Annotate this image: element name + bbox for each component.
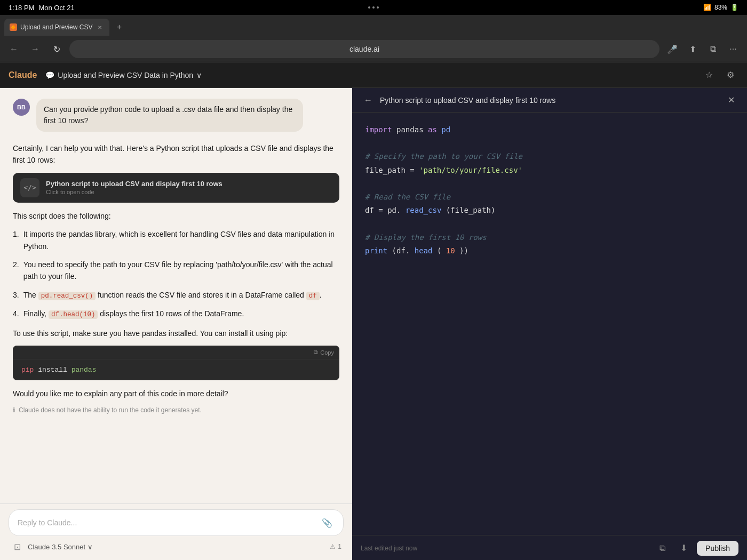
chat-panel: BB Can you provide python code to upload…	[0, 88, 352, 560]
chat-footer: ⊡ Claude 3.5 Sonnet ∨ ⚠ 1	[9, 540, 344, 553]
code-preview-subtitle: Click to open code	[46, 189, 222, 195]
share-button[interactable]: ⬆	[684, 41, 701, 58]
pip-code-content: pip install pandas	[13, 359, 339, 380]
code-preview-block[interactable]: </> Python script to upload CSV and disp…	[13, 173, 339, 203]
script-description: This script does the following:	[13, 210, 339, 222]
list-item: 3. The pd.read_csv() function reads the …	[13, 289, 339, 301]
user-avatar: BB	[13, 99, 30, 116]
pip-block-header: ⧉ Copy	[13, 346, 339, 359]
status-center-dots	[368, 6, 379, 9]
chat-title-text: Upload and Preview CSV Data in Python	[58, 71, 193, 79]
chevron-down-icon: ∨	[196, 71, 202, 79]
copy-button[interactable]: ⧉ Copy	[314, 349, 334, 356]
nav-bar: ← → ↻ claude.ai 🎤 ⬆ ⧉ ···	[0, 36, 747, 62]
assistant-message: Certainly, I can help you with that. Her…	[13, 142, 339, 414]
model-name: Claude	[28, 543, 50, 551]
inline-code-head: df.head(10)	[49, 310, 98, 319]
status-date: Mon Oct 21	[38, 4, 74, 12]
last-edited-text: Last edited just now	[361, 545, 654, 552]
footer-actions: ⧉ ⬇ Publish	[654, 540, 738, 556]
code-panel-back-button[interactable]: ←	[361, 93, 376, 108]
warning-text: ℹ Claude does not have the ability to ru…	[13, 406, 339, 414]
pip-code-block: ⧉ Copy pip install pandas	[13, 346, 339, 380]
pip-install: install	[38, 366, 71, 374]
wifi-icon: 📶	[703, 4, 711, 11]
tab-bar: 🔶 Upload and Preview CSV ✕ +	[0, 15, 747, 36]
code-panel-footer: Last edited just now ⧉ ⬇ Publish	[352, 535, 747, 560]
tab-title: Upload and Preview CSV	[20, 23, 92, 31]
browser-tab-active[interactable]: 🔶 Upload and Preview CSV ✕	[4, 19, 109, 36]
warning-message: Claude does not have the ability to run …	[19, 406, 202, 414]
chat-input-area: Reply to Claude... 📎 ⊡ Claude 3.5 Sonnet…	[0, 503, 352, 560]
code-line-comment-2: # Read the CSV file	[365, 190, 734, 204]
code-content: import pandas as pd # Specify the path t…	[352, 113, 747, 535]
code-line-blank-2	[365, 177, 734, 190]
settings-button[interactable]: ⚙	[722, 67, 738, 83]
copy-label: Copy	[320, 349, 334, 356]
chat-icon: 💬	[45, 71, 54, 79]
code-line-print: print (df. head ( 10 ))	[365, 244, 734, 258]
code-preview-icon: </>	[20, 178, 39, 197]
main-layout: BB Can you provide python code to upload…	[0, 88, 747, 560]
list-item: 4. Finally, df.head(10) displays the fir…	[13, 308, 339, 320]
forward-button[interactable]: →	[27, 41, 44, 58]
reload-button[interactable]: ↻	[48, 41, 65, 58]
inline-code-df: df	[306, 292, 320, 300]
warning-count: ⚠ 1	[330, 543, 341, 550]
code-line-blank-3	[365, 217, 734, 230]
attach-button[interactable]: 📎	[320, 515, 335, 530]
bullet-list: 1. It imports the pandas library, which …	[13, 228, 339, 320]
model-version: 3.5 Sonnet	[52, 543, 85, 551]
assistant-intro-text: Certainly, I can help you with that. Her…	[13, 142, 339, 166]
code-preview-title: Python script to upload CSV and display …	[46, 180, 222, 188]
warn-triangle-icon: ⚠	[330, 543, 336, 550]
warning-icon: ℹ	[13, 406, 15, 414]
code-line-comment-3: # Display the first 10 rows	[365, 231, 734, 244]
model-selector[interactable]: Claude 3.5 Sonnet ∨	[28, 543, 93, 551]
battery-icon: 🔋	[730, 4, 738, 11]
list-item: 2. You need to specify the path to your …	[13, 259, 339, 283]
code-line-comment-1: # Specify the path to your CSV file	[365, 150, 734, 163]
tab-close-button[interactable]: ✕	[96, 23, 104, 31]
code-panel: ← Python script to upload CSV and displa…	[352, 88, 747, 560]
user-bubble: Can you provide python code to upload a …	[36, 99, 303, 132]
copy-code-button[interactable]: ⧉	[654, 540, 670, 556]
app-header: Claude 💬 Upload and Preview CSV Data in …	[0, 62, 747, 88]
url-bar[interactable]: claude.ai	[69, 40, 659, 58]
status-time: 1:18 PM	[9, 4, 34, 12]
app-logo: Claude	[9, 70, 37, 80]
microphone-button[interactable]: 🎤	[664, 41, 681, 58]
tab-favicon: 🔶	[10, 23, 17, 31]
list-item: 1. It imports the pandas library, which …	[13, 228, 339, 252]
tab-switcher-button[interactable]: ⧉	[704, 41, 721, 58]
code-line-1: import pandas as pd	[365, 123, 734, 137]
user-message: BB Can you provide python code to upload…	[13, 99, 339, 132]
code-panel-title: Python script to upload CSV and display …	[380, 96, 724, 105]
pip-keyword: pip	[21, 366, 34, 374]
input-placeholder: Reply to Claude...	[18, 518, 315, 527]
code-line-readcsv: df = pd. read_csv (file_path)	[365, 204, 734, 217]
chat-messages: BB Can you provide python code to upload…	[0, 88, 352, 503]
pip-intro-text: To use this script, make sure you have p…	[13, 327, 339, 339]
code-panel-close-button[interactable]: ✕	[724, 93, 738, 108]
inline-code-read-csv: pd.read_csv()	[38, 292, 96, 300]
publish-button[interactable]: Publish	[697, 541, 738, 556]
copy-icon: ⧉	[314, 349, 318, 356]
pip-package: pandas	[71, 366, 97, 374]
model-chevron-icon: ∨	[88, 543, 93, 551]
back-button[interactable]: ←	[5, 41, 22, 58]
chat-title[interactable]: 💬 Upload and Preview CSV Data in Python …	[45, 71, 202, 79]
closing-text: Would you like me to explain any part of…	[13, 388, 339, 399]
input-box[interactable]: Reply to Claude... 📎	[9, 509, 344, 536]
url-text: claude.ai	[349, 45, 379, 53]
download-button[interactable]: ⬇	[676, 540, 692, 556]
new-tab-button[interactable]: +	[112, 20, 126, 35]
expand-button[interactable]: ⊡	[11, 540, 23, 553]
more-button[interactable]: ···	[725, 41, 742, 58]
battery-level: 83%	[714, 4, 727, 11]
code-preview-info: Python script to upload CSV and display …	[46, 180, 222, 195]
code-line-filepath: file_path = 'path/to/your/file.csv'	[365, 164, 734, 177]
star-button[interactable]: ☆	[701, 67, 717, 83]
code-panel-header: ← Python script to upload CSV and displa…	[352, 88, 747, 113]
warn-number: 1	[338, 543, 341, 550]
